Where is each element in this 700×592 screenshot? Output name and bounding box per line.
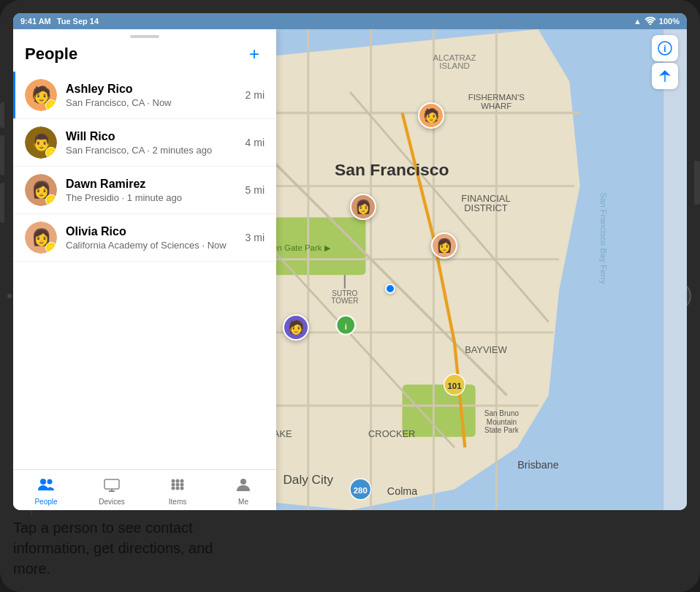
sidebar-panel: People + 🧑 ⭐ Ashley Rico San Francisco, … bbox=[13, 29, 276, 510]
person-location-dawn: The Presidio · 1 minute ago bbox=[66, 192, 240, 203]
svg-text:i: i bbox=[345, 322, 347, 331]
sidebar-header: People + bbox=[13, 41, 276, 72]
caption-area: Tap a person to see contact information,… bbox=[13, 517, 232, 579]
items-nav-label: Items bbox=[169, 498, 186, 506]
person-item-dawn[interactable]: 👩 ⭐ Dawn Ramirez The Presidio · 1 minute… bbox=[13, 167, 276, 214]
svg-text:ALCATRAZ: ALCATRAZ bbox=[433, 53, 476, 62]
map-controls: i bbox=[652, 35, 678, 89]
person-info-dawn: Dawn Ramirez The Presidio · 1 minute ago bbox=[66, 178, 240, 203]
people-nav-label: People bbox=[34, 498, 57, 506]
svg-text:i: i bbox=[663, 44, 666, 54]
svg-point-69 bbox=[180, 487, 184, 490]
svg-point-63 bbox=[180, 479, 184, 483]
star-badge-will: ⭐ bbox=[45, 147, 57, 159]
star-badge-olivia: ⭐ bbox=[45, 242, 57, 254]
camera bbox=[7, 294, 12, 298]
add-person-button[interactable]: + bbox=[244, 44, 265, 64]
ipad-frame: 9:41 AM Tue Sep 14 ▲ 100% bbox=[0, 0, 700, 592]
svg-text:Brisbane: Brisbane bbox=[517, 459, 558, 471]
svg-text:BAYVIEW: BAYVIEW bbox=[465, 344, 508, 355]
svg-point-68 bbox=[176, 487, 180, 490]
svg-point-66 bbox=[180, 483, 184, 487]
svg-text:San Bruno: San Bruno bbox=[484, 409, 520, 417]
person-item-ashley[interactable]: 🧑 ⭐ Ashley Rico San Francisco, CA · Now … bbox=[13, 72, 276, 119]
svg-text:280: 280 bbox=[354, 486, 368, 495]
nav-item-items[interactable]: Items bbox=[145, 476, 210, 507]
svg-text:San Francisco Bay Ferry: San Francisco Bay Ferry bbox=[599, 192, 608, 284]
svg-text:Mountain: Mountain bbox=[487, 418, 517, 426]
svg-point-62 bbox=[176, 479, 180, 483]
pin-person4[interactable]: 🧑 bbox=[283, 314, 309, 341]
nav-item-people[interactable]: People bbox=[13, 476, 79, 507]
avatar-olivia: 👩 ⭐ bbox=[25, 221, 57, 254]
power-button[interactable] bbox=[694, 161, 700, 205]
person-name-will: Will Rico bbox=[66, 130, 240, 143]
volume-down-button[interactable] bbox=[0, 135, 4, 175]
bottom-nav: People Devices bbox=[13, 469, 276, 510]
people-nav-icon bbox=[37, 477, 55, 496]
person-name-dawn: Dawn Ramirez bbox=[66, 178, 240, 191]
pin-olivia[interactable]: 👩 bbox=[431, 232, 457, 259]
pin-dawn[interactable]: 👩 bbox=[350, 194, 376, 220]
person-info-olivia: Olivia Rico California Academy of Scienc… bbox=[66, 225, 240, 251]
svg-point-57 bbox=[47, 479, 53, 485]
sidebar-title: People bbox=[25, 45, 77, 64]
current-location-dot bbox=[385, 284, 395, 294]
status-bar-left: 9:41 AM Tue Sep 14 bbox=[20, 17, 99, 26]
person-info-ashley: Ashley Rico San Francisco, CA · Now bbox=[66, 83, 240, 108]
person-name-olivia: Olivia Rico bbox=[66, 225, 240, 238]
me-nav-icon bbox=[235, 477, 252, 496]
person-distance-dawn: 5 mi bbox=[246, 184, 265, 196]
people-list: 🧑 ⭐ Ashley Rico San Francisco, CA · Now … bbox=[13, 72, 276, 469]
left-border bbox=[13, 72, 15, 118]
svg-text:ISLAND: ISLAND bbox=[439, 61, 469, 70]
svg-point-56 bbox=[40, 479, 46, 485]
caption-text: Tap a person to see contact information,… bbox=[13, 517, 232, 579]
avatar-will: 👨 ⭐ bbox=[25, 126, 57, 159]
wifi-icon bbox=[644, 16, 656, 26]
svg-point-65 bbox=[176, 483, 180, 487]
info-button[interactable]: i bbox=[652, 35, 678, 61]
person-location-will: San Francisco, CA · 2 minutes ago bbox=[66, 145, 240, 156]
star-badge-dawn: ⭐ bbox=[45, 194, 57, 206]
svg-text:Colma: Colma bbox=[387, 485, 417, 497]
svg-point-64 bbox=[172, 483, 175, 487]
date: Tue Sep 14 bbox=[57, 17, 99, 26]
drag-handle bbox=[13, 29, 276, 41]
person-location-olivia: California Academy of Sciences · Now bbox=[66, 240, 240, 251]
person-distance-will: 4 mi bbox=[246, 137, 265, 148]
pin-ashley[interactable]: 🧑 bbox=[418, 102, 444, 129]
devices-nav-label: Devices bbox=[99, 498, 125, 506]
svg-point-0 bbox=[649, 23, 651, 25]
svg-text:Daly City: Daly City bbox=[283, 472, 333, 487]
status-bar-right: ▲ 100% bbox=[634, 16, 680, 26]
svg-text:TOWER: TOWER bbox=[331, 297, 358, 305]
avatar-ashley: 🧑 ⭐ bbox=[25, 79, 57, 111]
person-location-ashley: San Francisco, CA · Now bbox=[66, 97, 240, 108]
svg-text:DISTRICT: DISTRICT bbox=[464, 202, 507, 213]
volume-up-button[interactable] bbox=[0, 102, 4, 128]
handle-bar bbox=[130, 35, 159, 38]
svg-text:CROCKER: CROCKER bbox=[368, 428, 415, 439]
svg-point-67 bbox=[172, 487, 175, 490]
avatar-dawn: 👩 ⭐ bbox=[25, 174, 57, 206]
person-item-will[interactable]: 👨 ⭐ Will Rico San Francisco, CA · 2 minu… bbox=[13, 119, 276, 167]
nav-item-me[interactable]: Me bbox=[210, 476, 276, 507]
person-info-will: Will Rico San Francisco, CA · 2 minutes … bbox=[66, 130, 240, 156]
nav-item-devices[interactable]: Devices bbox=[79, 476, 145, 507]
silent-switch[interactable] bbox=[0, 183, 4, 223]
person-name-ashley: Ashley Rico bbox=[66, 83, 240, 96]
location-button[interactable] bbox=[652, 63, 678, 89]
signal-icon: ▲ bbox=[634, 17, 642, 26]
devices-nav-icon bbox=[103, 477, 121, 496]
svg-text:State Park: State Park bbox=[484, 426, 520, 434]
star-badge: ⭐ bbox=[45, 99, 57, 111]
svg-text:San Francisco: San Francisco bbox=[335, 160, 449, 179]
svg-text:101: 101 bbox=[447, 382, 462, 390]
svg-text:WHARF: WHARF bbox=[481, 102, 511, 110]
status-bar: 9:41 AM Tue Sep 14 ▲ 100% bbox=[13, 13, 687, 29]
time: 9:41 AM bbox=[20, 17, 51, 26]
svg-rect-58 bbox=[104, 479, 119, 489]
person-item-olivia[interactable]: 👩 ⭐ Olivia Rico California Academy of Sc… bbox=[13, 214, 276, 262]
svg-text:FISHERMAN'S: FISHERMAN'S bbox=[468, 93, 525, 102]
